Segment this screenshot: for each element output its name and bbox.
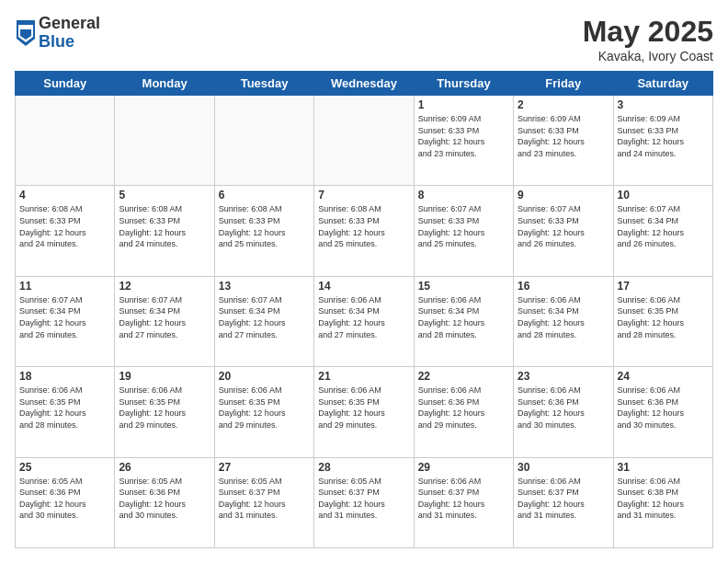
logo-icon [17, 20, 35, 46]
col-sunday: Sunday [16, 72, 115, 96]
day-info-9: Sunrise: 6:07 AM Sunset: 6:33 PM Dayligh… [518, 203, 609, 249]
day-number-10: 10 [618, 189, 709, 201]
cell-w4-d2: 19Sunrise: 6:06 AM Sunset: 6:35 PM Dayli… [115, 367, 214, 457]
cell-w3-d1: 11Sunrise: 6:07 AM Sunset: 6:34 PM Dayli… [16, 276, 115, 366]
cell-w4-d3: 20Sunrise: 6:06 AM Sunset: 6:35 PM Dayli… [214, 367, 313, 457]
day-info-8: Sunrise: 6:07 AM Sunset: 6:33 PM Dayligh… [418, 203, 509, 249]
page: General Blue May 2025 Kavaka, Ivory Coas… [0, 0, 728, 563]
day-info-18: Sunrise: 6:06 AM Sunset: 6:35 PM Dayligh… [19, 385, 110, 431]
day-number-1: 1 [418, 98, 509, 111]
day-info-6: Sunrise: 6:08 AM Sunset: 6:33 PM Dayligh… [219, 203, 310, 249]
calendar-table: Sunday Monday Tuesday Wednesday Thursday… [15, 71, 713, 548]
day-info-25: Sunrise: 6:05 AM Sunset: 6:36 PM Dayligh… [19, 476, 110, 522]
col-wednesday: Wednesday [314, 72, 414, 96]
cell-w4-d7: 24Sunrise: 6:06 AM Sunset: 6:36 PM Dayli… [613, 367, 712, 457]
cell-w1-d7: 3Sunrise: 6:09 AM Sunset: 6:33 PM Daylig… [613, 96, 712, 186]
header: General Blue May 2025 Kavaka, Ivory Coas… [15, 15, 713, 63]
day-number-23: 23 [518, 370, 609, 383]
cell-w1-d5: 1Sunrise: 6:09 AM Sunset: 6:33 PM Daylig… [414, 96, 513, 186]
day-info-4: Sunrise: 6:08 AM Sunset: 6:33 PM Dayligh… [19, 203, 110, 249]
day-info-27: Sunrise: 6:05 AM Sunset: 6:37 PM Dayligh… [219, 476, 310, 522]
day-info-29: Sunrise: 6:06 AM Sunset: 6:37 PM Dayligh… [418, 476, 509, 522]
day-info-14: Sunrise: 6:06 AM Sunset: 6:34 PM Dayligh… [318, 294, 409, 340]
day-number-24: 24 [618, 370, 709, 383]
day-number-30: 30 [518, 461, 609, 474]
day-number-20: 20 [219, 370, 310, 383]
day-info-31: Sunrise: 6:06 AM Sunset: 6:38 PM Dayligh… [618, 476, 709, 522]
day-info-24: Sunrise: 6:06 AM Sunset: 6:36 PM Dayligh… [618, 385, 709, 431]
day-info-30: Sunrise: 6:06 AM Sunset: 6:37 PM Dayligh… [518, 476, 609, 522]
day-number-6: 6 [219, 189, 310, 201]
header-row: Sunday Monday Tuesday Wednesday Thursday… [16, 72, 713, 96]
cell-w5-d5: 29Sunrise: 6:06 AM Sunset: 6:37 PM Dayli… [414, 457, 513, 547]
day-info-16: Sunrise: 6:06 AM Sunset: 6:34 PM Dayligh… [518, 294, 609, 340]
cell-w3-d2: 12Sunrise: 6:07 AM Sunset: 6:34 PM Dayli… [115, 276, 214, 366]
day-number-26: 26 [119, 461, 210, 474]
day-number-13: 13 [219, 280, 310, 293]
day-number-11: 11 [19, 280, 110, 293]
day-number-22: 22 [418, 370, 509, 383]
cell-w5-d1: 25Sunrise: 6:05 AM Sunset: 6:36 PM Dayli… [16, 457, 115, 547]
day-number-3: 3 [618, 98, 709, 111]
day-number-18: 18 [19, 370, 110, 383]
day-number-21: 21 [318, 370, 409, 383]
day-info-5: Sunrise: 6:08 AM Sunset: 6:33 PM Dayligh… [119, 203, 210, 249]
day-info-20: Sunrise: 6:06 AM Sunset: 6:35 PM Dayligh… [219, 385, 310, 431]
col-friday: Friday [514, 72, 613, 96]
day-number-8: 8 [418, 189, 509, 201]
cell-w5-d7: 31Sunrise: 6:06 AM Sunset: 6:38 PM Dayli… [613, 457, 712, 547]
day-number-9: 9 [518, 189, 609, 201]
day-number-31: 31 [618, 461, 709, 474]
cell-w3-d7: 17Sunrise: 6:06 AM Sunset: 6:35 PM Dayli… [613, 276, 712, 366]
day-number-14: 14 [318, 280, 409, 293]
cell-w4-d1: 18Sunrise: 6:06 AM Sunset: 6:35 PM Dayli… [16, 367, 115, 457]
day-info-17: Sunrise: 6:06 AM Sunset: 6:35 PM Dayligh… [618, 294, 709, 340]
day-info-3: Sunrise: 6:09 AM Sunset: 6:33 PM Dayligh… [618, 113, 709, 159]
day-info-11: Sunrise: 6:07 AM Sunset: 6:34 PM Dayligh… [19, 294, 110, 340]
day-number-29: 29 [418, 461, 509, 474]
calendar-header: Sunday Monday Tuesday Wednesday Thursday… [16, 72, 713, 96]
col-monday: Monday [115, 72, 214, 96]
logo-text: General Blue [39, 15, 100, 52]
day-number-5: 5 [119, 189, 210, 201]
logo-blue-text: Blue [39, 33, 100, 52]
cell-w3-d5: 15Sunrise: 6:06 AM Sunset: 6:34 PM Dayli… [414, 276, 513, 366]
week-row-3: 11Sunrise: 6:07 AM Sunset: 6:34 PM Dayli… [16, 276, 713, 366]
logo-general-text: General [39, 15, 100, 33]
calendar-body: 1Sunrise: 6:09 AM Sunset: 6:33 PM Daylig… [16, 96, 713, 548]
cell-w2-d6: 9Sunrise: 6:07 AM Sunset: 6:33 PM Daylig… [514, 186, 613, 276]
day-number-27: 27 [219, 461, 310, 474]
cell-w2-d3: 6Sunrise: 6:08 AM Sunset: 6:33 PM Daylig… [214, 186, 313, 276]
cell-w5-d3: 27Sunrise: 6:05 AM Sunset: 6:37 PM Dayli… [214, 457, 313, 547]
col-saturday: Saturday [613, 72, 712, 96]
day-info-21: Sunrise: 6:06 AM Sunset: 6:35 PM Dayligh… [318, 385, 409, 431]
month-title: May 2025 [583, 15, 713, 49]
location: Kavaka, Ivory Coast [583, 49, 713, 63]
week-row-1: 1Sunrise: 6:09 AM Sunset: 6:33 PM Daylig… [16, 96, 713, 186]
cell-w1-d4 [314, 96, 414, 186]
week-row-4: 18Sunrise: 6:06 AM Sunset: 6:35 PM Dayli… [16, 367, 713, 457]
cell-w4-d4: 21Sunrise: 6:06 AM Sunset: 6:35 PM Dayli… [314, 367, 414, 457]
day-info-22: Sunrise: 6:06 AM Sunset: 6:36 PM Dayligh… [418, 385, 509, 431]
day-number-7: 7 [318, 189, 409, 201]
day-number-15: 15 [418, 280, 509, 293]
week-row-5: 25Sunrise: 6:05 AM Sunset: 6:36 PM Dayli… [16, 457, 713, 547]
week-row-2: 4Sunrise: 6:08 AM Sunset: 6:33 PM Daylig… [16, 186, 713, 276]
day-info-10: Sunrise: 6:07 AM Sunset: 6:34 PM Dayligh… [618, 203, 709, 249]
cell-w1-d6: 2Sunrise: 6:09 AM Sunset: 6:33 PM Daylig… [514, 96, 613, 186]
day-number-28: 28 [318, 461, 409, 474]
cell-w3-d4: 14Sunrise: 6:06 AM Sunset: 6:34 PM Dayli… [314, 276, 414, 366]
day-info-7: Sunrise: 6:08 AM Sunset: 6:33 PM Dayligh… [318, 203, 409, 249]
cell-w1-d2 [115, 96, 214, 186]
day-info-15: Sunrise: 6:06 AM Sunset: 6:34 PM Dayligh… [418, 294, 509, 340]
cell-w1-d1 [16, 96, 115, 186]
title-area: May 2025 Kavaka, Ivory Coast [583, 15, 713, 63]
cell-w3-d6: 16Sunrise: 6:06 AM Sunset: 6:34 PM Dayli… [514, 276, 613, 366]
cell-w2-d1: 4Sunrise: 6:08 AM Sunset: 6:33 PM Daylig… [16, 186, 115, 276]
cell-w2-d5: 8Sunrise: 6:07 AM Sunset: 6:33 PM Daylig… [414, 186, 513, 276]
cell-w2-d4: 7Sunrise: 6:08 AM Sunset: 6:33 PM Daylig… [314, 186, 414, 276]
day-info-12: Sunrise: 6:07 AM Sunset: 6:34 PM Dayligh… [119, 294, 210, 340]
day-info-1: Sunrise: 6:09 AM Sunset: 6:33 PM Dayligh… [418, 113, 509, 159]
day-info-2: Sunrise: 6:09 AM Sunset: 6:33 PM Dayligh… [518, 113, 609, 159]
day-info-19: Sunrise: 6:06 AM Sunset: 6:35 PM Dayligh… [119, 385, 210, 431]
